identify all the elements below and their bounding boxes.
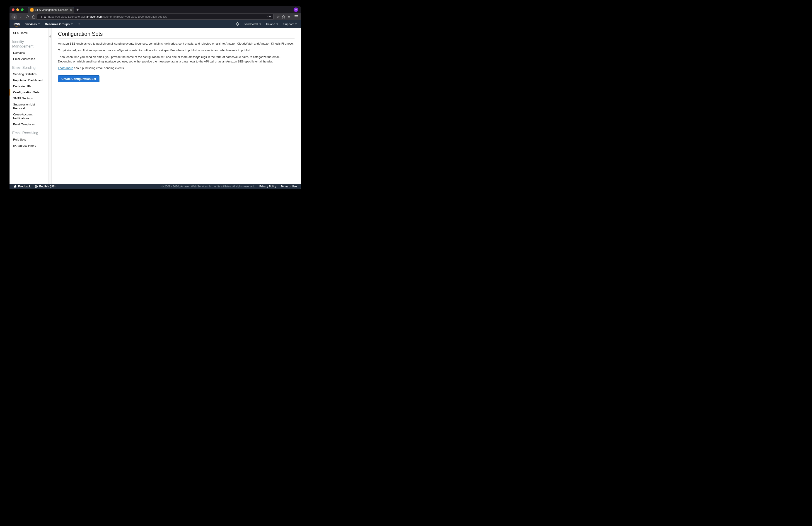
- browser-window: SES Management Console × + ∞ https://eu-…: [10, 6, 301, 189]
- chevron-down-icon: [276, 24, 278, 25]
- sidebar-item-ip-address-filters[interactable]: IP Address Filters: [10, 143, 48, 149]
- shield-icon: [39, 15, 42, 18]
- url-input[interactable]: https://eu-west-1.console.aws.amazon.com…: [37, 14, 274, 20]
- resource-groups-menu[interactable]: Resource Groups: [45, 22, 73, 26]
- terms-of-use-link[interactable]: Terms of Use: [281, 185, 297, 188]
- sidebar: SES Home Identity Management Domains Ema…: [10, 28, 48, 184]
- nav-reload-button[interactable]: [25, 14, 30, 19]
- aws-favicon-icon: [30, 9, 33, 12]
- sidebar-section-receiving: Email Receiving: [10, 127, 48, 137]
- sidebar-item-suppression-list-removal[interactable]: Suppression List Removal: [10, 102, 48, 111]
- language-selector[interactable]: English (US): [35, 185, 55, 188]
- chevron-down-icon: [295, 24, 297, 25]
- globe-icon: [35, 185, 38, 188]
- nav-forward-button[interactable]: [18, 14, 24, 19]
- aws-footer: Feedback English (US) © 2008 - 2020, Ama…: [10, 184, 301, 189]
- sidebar-item-dedicated-ips[interactable]: Dedicated IPs: [10, 84, 48, 90]
- sidebar-item-domains[interactable]: Domains: [10, 50, 48, 56]
- copyright-text: © 2008 - 2020, Amazon Web Services, Inc.…: [161, 185, 255, 188]
- feedback-button[interactable]: Feedback: [14, 185, 31, 188]
- sidebar-item-sending-statistics[interactable]: Sending Statistics: [10, 71, 48, 77]
- account-menu[interactable]: sendportal: [244, 22, 261, 26]
- lock-icon: [44, 15, 46, 18]
- svg-rect-1: [44, 17, 46, 18]
- create-configuration-set-button[interactable]: Create Configuration Set: [58, 75, 100, 82]
- feedback-label: Feedback: [18, 185, 31, 188]
- notifications-bell-icon[interactable]: [236, 22, 239, 26]
- learn-more-line: Learn more about publishing email sendin…: [58, 66, 294, 70]
- services-menu[interactable]: Services: [25, 22, 40, 26]
- support-label: Support: [283, 22, 294, 26]
- region-label: Ireland: [266, 22, 275, 26]
- main-content: Configuration Sets Amazon SES enables yo…: [52, 28, 301, 184]
- language-label: English (US): [39, 185, 55, 188]
- window-close-icon[interactable]: [12, 9, 14, 11]
- sidebar-ses-home[interactable]: SES Home: [10, 30, 48, 36]
- sidebar-item-email-addresses[interactable]: Email Addresses: [10, 56, 48, 62]
- chevron-left-icon: [49, 35, 50, 37]
- region-menu[interactable]: Ireland: [266, 22, 278, 26]
- intro-paragraph-2: To get started, you first set up one or …: [58, 48, 294, 53]
- window-minimize-icon[interactable]: [16, 9, 19, 11]
- pocket-icon[interactable]: [276, 15, 280, 19]
- chevron-down-icon: [259, 24, 261, 25]
- sidebar-item-cross-account-notifications[interactable]: Cross-Account Notifications: [10, 111, 48, 122]
- page-actions-icon[interactable]: •••: [267, 15, 272, 18]
- url-text: https://eu-west-1.console.aws.amazon.com…: [48, 15, 265, 18]
- chevron-down-icon: [38, 24, 40, 25]
- new-tab-button[interactable]: +: [74, 7, 81, 12]
- aws-header: aws Services Resource Groups ✦ sendporta…: [10, 20, 301, 28]
- window-maximize-icon[interactable]: [21, 9, 24, 11]
- speech-bubble-icon: [14, 185, 17, 188]
- sidebar-item-reputation-dashboard[interactable]: Reputation Dashboard: [10, 77, 48, 84]
- bookmark-star-icon[interactable]: [281, 15, 286, 19]
- pin-icon[interactable]: ✦: [78, 22, 81, 26]
- privacy-policy-link[interactable]: Privacy Policy: [259, 185, 276, 188]
- app-body: SES Home Identity Management Domains Ema…: [10, 28, 301, 184]
- sidebar-section-sending: Email Sending: [10, 62, 48, 71]
- learn-more-link[interactable]: Learn more: [58, 66, 73, 70]
- extension-badge-icon[interactable]: ∞: [294, 7, 298, 12]
- sidebar-item-smtp-settings[interactable]: SMTP Settings: [10, 95, 48, 102]
- intro-paragraph-3: Then, each time you send an email, you p…: [58, 55, 294, 64]
- support-menu[interactable]: Support: [283, 22, 297, 26]
- services-label: Services: [25, 22, 37, 26]
- browser-tabbar: SES Management Console × + ∞: [10, 6, 301, 13]
- resource-groups-label: Resource Groups: [45, 22, 70, 26]
- chevron-down-icon: [71, 24, 73, 25]
- svg-rect-0: [40, 16, 42, 18]
- browser-menu-button[interactable]: [294, 14, 299, 19]
- browser-addressbar: https://eu-west-1.console.aws.amazon.com…: [10, 13, 301, 20]
- nav-home-button[interactable]: [31, 14, 36, 19]
- browser-tab[interactable]: SES Management Console ×: [28, 7, 74, 13]
- sidebar-collapse-handle[interactable]: [48, 28, 52, 184]
- aws-console: aws Services Resource Groups ✦ sendporta…: [10, 20, 301, 189]
- sidebar-item-configuration-sets[interactable]: Configuration Sets: [10, 89, 48, 95]
- sidebar-section-identity: Identity Management: [10, 36, 48, 50]
- window-controls: [11, 9, 25, 11]
- page-title: Configuration Sets: [58, 31, 294, 39]
- account-label: sendportal: [244, 22, 258, 26]
- tab-title: SES Management Console: [35, 9, 68, 12]
- intro-paragraph-1: Amazon SES enables you to publish email …: [58, 42, 294, 46]
- overflow-chevrons-icon[interactable]: [287, 15, 291, 19]
- svg-marker-2: [282, 15, 285, 18]
- sidebar-item-rule-sets[interactable]: Rule Sets: [10, 137, 48, 143]
- tab-close-icon[interactable]: ×: [70, 9, 72, 12]
- sidebar-item-email-templates[interactable]: Email Templates: [10, 122, 48, 127]
- aws-logo[interactable]: aws: [14, 22, 20, 27]
- nav-back-button[interactable]: [11, 14, 17, 20]
